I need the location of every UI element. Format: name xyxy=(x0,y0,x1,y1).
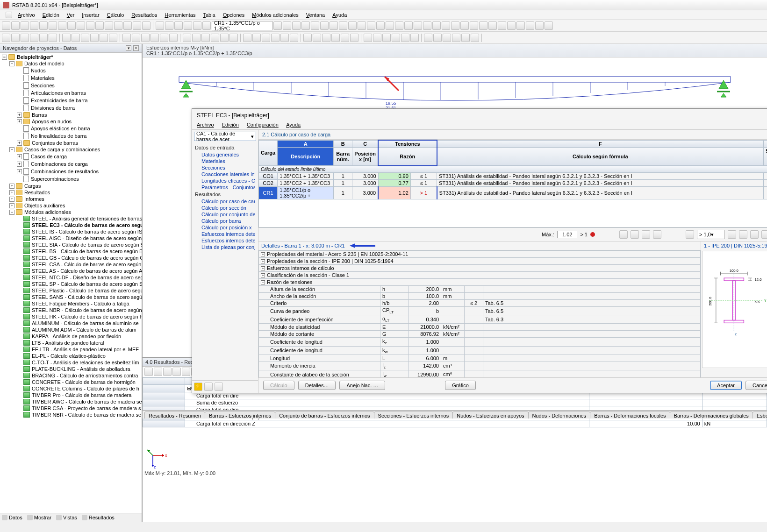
detail-group[interactable]: +Clasificación de la sección - Clase 1 xyxy=(259,272,701,279)
toolbar-button[interactable] xyxy=(401,34,409,42)
toolbar-button[interactable] xyxy=(395,21,403,30)
toolbar-button[interactable] xyxy=(404,21,413,30)
toolbar-button[interactable] xyxy=(526,21,534,30)
section-drawing[interactable]: 100.0 12.0 200.0 5.6 y z xyxy=(702,251,767,368)
cancel-button[interactable]: Cancelar xyxy=(745,381,767,390)
toolbar-button[interactable] xyxy=(273,21,282,30)
toolbar-button[interactable] xyxy=(498,21,506,30)
toolbar-button[interactable] xyxy=(460,21,469,30)
toolbar-button[interactable] xyxy=(367,21,375,30)
filter-button[interactable] xyxy=(653,230,661,239)
calc-button[interactable]: Cálculo xyxy=(263,381,294,390)
dlg-menu-edicion[interactable]: Edición xyxy=(222,122,239,128)
toolbar-button[interactable] xyxy=(100,34,108,42)
toolbar-button[interactable] xyxy=(350,34,358,42)
detail-row[interactable]: Criterio h/b 2.00 ≤ 2 Tab. 6.5 xyxy=(259,300,701,307)
dlg-nav-item[interactable]: Esfuerzos internos determinant xyxy=(195,231,255,237)
tab-nudos-apoyos[interactable]: Nudos - Esfuerzos en apoyos xyxy=(452,411,528,419)
toolbar-button[interactable] xyxy=(172,368,181,376)
toolbar-button[interactable] xyxy=(301,21,310,30)
menu-modulos[interactable]: Módulos adicionales xyxy=(252,12,299,18)
dlg-menu-archivo[interactable]: Archivo xyxy=(197,122,214,128)
toolbar-button[interactable] xyxy=(11,34,20,42)
menu-herramientas[interactable]: Herramientas xyxy=(165,12,195,18)
toolbar-button[interactable] xyxy=(410,34,419,42)
toolbar-button[interactable] xyxy=(376,21,385,30)
view-button[interactable] xyxy=(728,230,736,239)
toolbar-button[interactable] xyxy=(141,34,150,42)
toolbar-button[interactable] xyxy=(373,34,381,42)
toolbar-button[interactable] xyxy=(507,21,516,30)
dlg-nav-item[interactable]: Materiales xyxy=(195,158,255,164)
toolbar-button[interactable] xyxy=(423,21,431,30)
dlg-nav-item[interactable]: Longitudes eficaces - Conjunto xyxy=(195,177,255,184)
nav-next-icon[interactable] xyxy=(215,383,223,391)
tree-toggle[interactable]: − xyxy=(9,147,14,152)
tab-esbelteces[interactable]: Esbelteces de barras xyxy=(753,411,767,419)
dlg-nav-item[interactable]: Cálculo por conjunto de barras xyxy=(195,211,255,218)
menu-calculo[interactable]: Cálculo xyxy=(107,12,124,18)
toolbar-button[interactable] xyxy=(424,34,432,42)
tree-toggle[interactable]: + xyxy=(9,184,14,189)
toolbar-button[interactable] xyxy=(11,21,20,30)
toolbar-button[interactable] xyxy=(471,34,479,42)
toolbar-button[interactable] xyxy=(81,34,89,42)
toolbar-button[interactable] xyxy=(67,21,76,30)
toolbar-button[interactable] xyxy=(348,21,357,30)
menu-opciones[interactable]: Opciones xyxy=(223,12,244,18)
tab-barras-defl[interactable]: Barras - Deformaciones locales xyxy=(590,411,670,419)
detail-row[interactable]: Coeficiente de longitud kz 1.000 xyxy=(259,338,701,346)
tree-toggle[interactable]: + xyxy=(17,113,22,118)
toolbar-button[interactable] xyxy=(470,21,478,30)
tree-toggle[interactable]: + xyxy=(17,119,22,124)
toolbar-button[interactable] xyxy=(154,368,162,376)
detail-row[interactable]: Módulo de cortante G 8076.92 kN/cm² xyxy=(259,331,701,338)
dlg-nav-item[interactable]: Cálculo por sección xyxy=(195,205,255,211)
toolbar-button[interactable] xyxy=(382,34,391,42)
toolbar-button[interactable] xyxy=(165,21,173,30)
menu-insertar[interactable]: Insertar xyxy=(82,12,99,18)
view-button[interactable] xyxy=(686,230,694,239)
menu-ventana[interactable]: Ventana xyxy=(306,12,325,18)
main-menubar[interactable]: Archivo Edición Ver Insertar Cálculo Res… xyxy=(0,10,767,20)
tree-toggle[interactable]: + xyxy=(9,190,14,195)
nav-tab-resultados[interactable]: Resultados xyxy=(82,515,115,520)
toolbar-button[interactable] xyxy=(443,34,451,42)
toolbar-button[interactable] xyxy=(516,21,525,30)
toolbar-button[interactable] xyxy=(271,34,280,42)
toolbar-button[interactable] xyxy=(433,34,442,42)
tree-toggle[interactable]: + xyxy=(17,169,22,174)
toolbar-button[interactable] xyxy=(49,21,57,30)
toolbar-button[interactable] xyxy=(211,34,219,42)
calc-icon[interactable]: ⚡ xyxy=(194,383,202,391)
design-table[interactable]: Carga A B C Tensiones F G Descripción Ba… xyxy=(258,140,767,227)
toolbar-button[interactable] xyxy=(292,21,301,30)
toolbar-button[interactable] xyxy=(414,21,422,30)
toolbar-button[interactable] xyxy=(252,34,261,42)
toolbar-button[interactable] xyxy=(156,21,164,30)
bottom-tabs[interactable]: Resultados - Resumen Barras - Esfuerzos … xyxy=(143,410,767,419)
dlg-menu-ayuda[interactable]: Ayuda xyxy=(286,122,301,128)
toolbar-button[interactable] xyxy=(105,21,113,30)
toolbar-button[interactable] xyxy=(432,21,441,30)
menu-tabla[interactable]: Tabla xyxy=(203,12,215,18)
view-button[interactable] xyxy=(739,230,747,239)
toolbar-button[interactable] xyxy=(39,21,48,30)
detail-table[interactable]: Detalles - Barra 1 - x: 3.000 m - CR1 +P… xyxy=(258,241,701,377)
toolbar-button[interactable] xyxy=(331,34,340,42)
dlg-nav-item[interactable]: Cálculo por posición x xyxy=(195,224,255,231)
detail-row[interactable]: Momento de inercia Iz 142.00 cm⁴ xyxy=(259,362,701,370)
toolbar-button[interactable] xyxy=(358,21,366,30)
toolbar-button[interactable] xyxy=(341,34,349,42)
toolbar-button[interactable] xyxy=(62,34,71,42)
anejo-button[interactable]: Anejo Nac. … xyxy=(339,381,385,390)
tree-toggle[interactable]: + xyxy=(17,141,22,146)
toolbar-button[interactable] xyxy=(290,34,298,42)
tab-barras-ei[interactable]: Barras - Esfuerzos internos xyxy=(205,411,275,419)
tree-toggle[interactable]: + xyxy=(9,197,14,202)
tab-conjunto[interactable]: Conjunto de barras - Esfuerzos internos xyxy=(275,411,374,419)
detail-group[interactable]: +Esfuerzos internos de cálculo xyxy=(259,265,701,272)
toolbar-button[interactable] xyxy=(193,21,201,30)
detail-row[interactable]: Coeficiente de imperfección αLT 0.340 Ta… xyxy=(259,315,701,324)
detail-group[interactable]: −Razón de tensiones xyxy=(259,279,701,286)
